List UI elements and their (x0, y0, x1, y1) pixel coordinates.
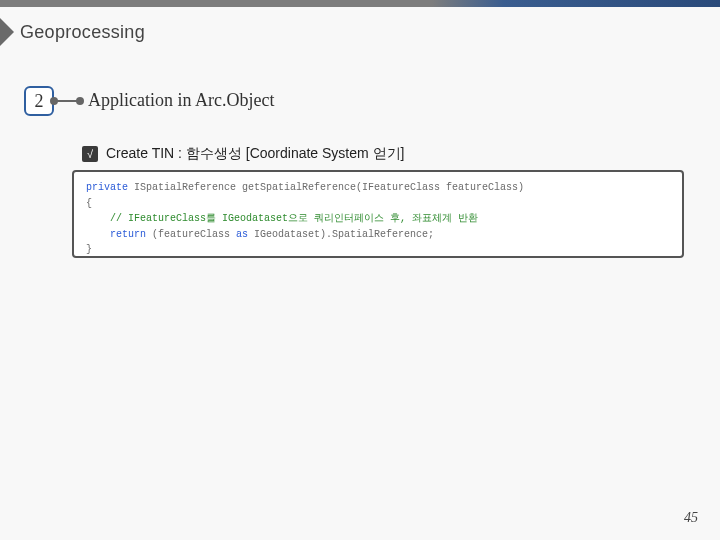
code-text: } (86, 244, 92, 255)
code-comment: // IFeatureClass를 IGeodataset으로 쿼리인터페이스 … (110, 213, 478, 224)
breadcrumb-label: Geoprocessing (20, 22, 145, 43)
page-number: 45 (684, 510, 698, 526)
section-title: Application in Arc.Object (88, 90, 274, 111)
chevron-right-icon (0, 18, 14, 46)
code-text: ISpatialReference getSpatialReference(IF… (128, 182, 524, 193)
check-badge-icon: √ (82, 146, 98, 162)
code-keyword: as (236, 229, 248, 240)
code-text: (featureClass (146, 229, 236, 240)
connector-line-icon (54, 100, 80, 102)
breadcrumb: Geoprocessing (0, 18, 145, 46)
top-accent-bar (0, 0, 720, 7)
code-text: IGeodataset).SpatialReference; (248, 229, 434, 240)
code-indent (86, 229, 110, 240)
code-text: { (86, 198, 92, 209)
section-number: 2 (35, 91, 44, 112)
code-indent (86, 213, 110, 224)
sub-heading-row: √ Create TIN : 함수생성 [Coordinate System 얻… (82, 145, 405, 163)
slide: Geoprocessing 2 Application in Arc.Objec… (0, 0, 720, 540)
code-keyword: private (86, 182, 128, 193)
code-block: private ISpatialReference getSpatialRefe… (72, 170, 684, 258)
sub-heading-label: Create TIN : 함수생성 [Coordinate System 얻기] (106, 145, 405, 163)
code-keyword: return (110, 229, 146, 240)
